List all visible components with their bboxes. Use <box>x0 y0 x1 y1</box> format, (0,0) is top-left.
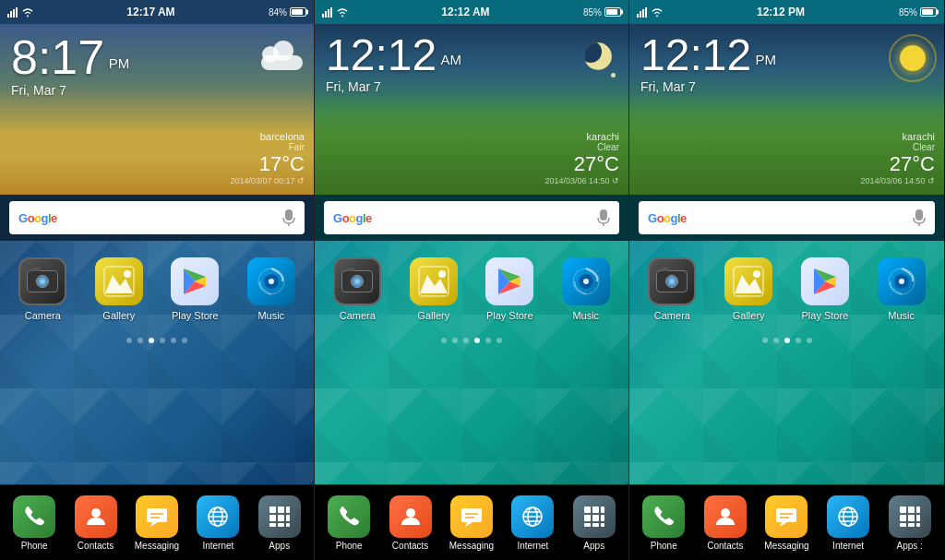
battery-tip <box>621 10 623 15</box>
svg-rect-87 <box>900 515 906 521</box>
page-dot-0[interactable] <box>126 338 132 343</box>
page-dot-0[interactable] <box>762 338 768 343</box>
dock-item-contacts[interactable]: Contacts <box>69 495 123 551</box>
dock-item-phone[interactable]: Phone <box>637 495 690 551</box>
search-bar-container: Google <box>0 195 314 241</box>
signal-icon <box>7 6 18 18</box>
microphone-icon[interactable] <box>597 209 610 226</box>
app-item-playstore[interactable]: Play Store <box>478 257 541 321</box>
battery-fill <box>606 9 617 15</box>
battery-icon <box>920 7 937 17</box>
svg-rect-65 <box>645 7 647 18</box>
weather-icon <box>257 38 303 70</box>
weather-timestamp: 2014/03/06 14:50 ↺ <box>544 176 619 185</box>
svg-rect-2 <box>13 9 15 18</box>
status-time: 12:12 AM <box>441 6 489 18</box>
page-dot-3[interactable] <box>474 338 480 343</box>
google-logo: Google <box>648 211 687 225</box>
svg-point-69 <box>753 270 760 278</box>
status-left <box>7 6 33 18</box>
dock-item-internet[interactable]: Internet <box>506 495 559 551</box>
app-grid: Camera Gallery Play Store <box>629 241 944 330</box>
weather-period: PM <box>109 55 130 71</box>
dock-item-apps[interactable]: Apps : <box>883 495 937 551</box>
svg-rect-54 <box>592 506 599 513</box>
phone-dock-label: Phone <box>21 541 48 551</box>
dock-item-internet[interactable]: Internet <box>821 495 875 551</box>
dock-item-phone[interactable]: Phone <box>7 495 61 551</box>
dock-item-apps[interactable]: Apps <box>253 495 306 551</box>
phone-dock-icon <box>328 495 370 538</box>
page-dot-5[interactable] <box>182 338 187 343</box>
playstore-label: Play Store <box>802 310 849 321</box>
status-right: 84% <box>269 7 306 18</box>
dock-item-apps[interactable]: Apps <box>568 495 621 551</box>
playstore-icon <box>801 257 849 305</box>
search-bar[interactable]: Google <box>639 201 935 234</box>
app-item-camera[interactable]: Camera <box>640 257 703 321</box>
apps-dock-icon <box>573 495 616 538</box>
dock-item-messaging[interactable]: Messaging <box>130 495 184 551</box>
weather-widget: 8:17 PM Fri, Mar 7 barcelona Fair 17°C 2… <box>0 24 314 195</box>
page-dot-1[interactable] <box>452 338 458 343</box>
app-item-playstore[interactable]: Play Store <box>794 257 856 321</box>
page-dot-4[interactable] <box>807 338 812 343</box>
microphone-icon[interactable] <box>913 209 926 226</box>
page-dot-3[interactable] <box>160 338 165 343</box>
weather-timestamp: 2014/03/06 14:50 ↺ <box>860 176 935 185</box>
page-dot-1[interactable] <box>773 338 779 343</box>
weather-city: karachi <box>544 131 619 142</box>
dock-item-phone[interactable]: Phone <box>322 495 376 551</box>
app-item-camera[interactable]: Camera <box>11 257 74 321</box>
weather-condition: Clear <box>860 142 935 152</box>
contacts-dock-label: Contacts <box>78 541 114 551</box>
page-dot-2[interactable] <box>784 338 790 343</box>
google-logo: Google <box>333 211 372 225</box>
app-item-music[interactable]: Music <box>870 257 933 321</box>
search-bar[interactable]: Google <box>9 201 305 234</box>
playstore-label: Play Store <box>172 310 219 321</box>
page-dot-4[interactable] <box>171 338 176 343</box>
dock-item-messaging[interactable]: Messaging <box>445 495 498 551</box>
apps-dock-icon <box>258 495 301 538</box>
svg-point-74 <box>899 279 904 284</box>
app-item-music[interactable]: Music <box>240 257 303 321</box>
internet-dock-label: Internet <box>202 541 233 551</box>
microphone-icon[interactable] <box>282 209 295 226</box>
weather-details: barcelona Fair 17°C 2014/03/07 00:17 ↺ <box>230 131 305 185</box>
svg-rect-84 <box>900 506 906 513</box>
svg-rect-64 <box>642 9 644 18</box>
page-dot-4[interactable] <box>485 338 491 343</box>
page-dot-2[interactable] <box>149 338 154 343</box>
app-item-gallery[interactable]: Gallery <box>717 257 780 321</box>
svg-point-44 <box>406 508 415 518</box>
weather-city: karachi <box>860 131 935 142</box>
search-bar[interactable]: Google <box>324 201 619 234</box>
app-item-camera[interactable]: Camera <box>326 257 389 321</box>
svg-marker-68 <box>735 275 762 293</box>
svg-rect-31 <box>322 14 324 18</box>
page-dot-3[interactable] <box>795 338 801 343</box>
page-dot-1[interactable] <box>138 338 143 343</box>
dock-item-contacts[interactable]: Contacts <box>384 495 437 551</box>
page-dot-5[interactable] <box>496 338 502 343</box>
app-item-music[interactable]: Music <box>555 257 617 321</box>
svg-rect-0 <box>7 14 9 18</box>
app-item-gallery[interactable]: Gallery <box>88 257 150 321</box>
svg-rect-14 <box>147 508 167 522</box>
page-dot-2[interactable] <box>463 338 469 343</box>
dock-item-contacts[interactable]: Contacts <box>699 495 752 551</box>
contacts-dock-icon <box>389 495 432 538</box>
weather-period: PM <box>756 52 777 67</box>
dock: Phone Contacts Messaging <box>629 484 944 560</box>
app-item-playstore[interactable]: Play Store <box>163 257 226 321</box>
page-dots <box>0 330 314 351</box>
dock-item-internet[interactable]: Internet <box>191 495 245 551</box>
weather-icon <box>584 38 617 79</box>
wifi-icon <box>652 6 663 18</box>
app-grid-container: Camera Gallery Play Store <box>629 241 944 484</box>
dock-item-messaging[interactable]: Messaging <box>760 495 813 551</box>
page-dot-0[interactable] <box>441 338 447 343</box>
app-item-gallery[interactable]: Gallery <box>402 257 465 321</box>
status-right: 85% <box>899 7 937 18</box>
